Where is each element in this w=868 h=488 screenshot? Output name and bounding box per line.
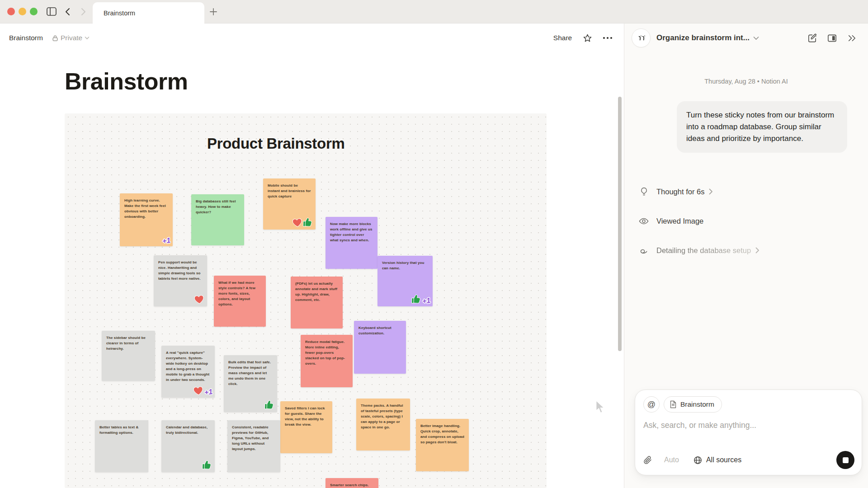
plus-one-sticker: +1 [204,388,213,397]
privacy-dropdown[interactable]: Private [52,34,90,42]
sticky-note: Pen support would be nice. Handwriting a… [154,255,207,306]
ai-panel-header: Organize brainstorm int... [624,23,868,52]
eye-icon [639,217,649,225]
status-label: Detailing the database setup [656,246,751,255]
notion-ai-face-icon [632,28,651,47]
chat-date-line: Thursday, Aug 28•Notion AI [624,78,868,85]
context-chip-label: Brainstorm [680,400,714,408]
loop-icon [639,247,649,254]
main-content: Brainstorm Private Share Brainstorm Prod… [0,23,624,488]
sticky-note: A real "quick capture" everywhere. Syste… [161,346,215,398]
sticky-note-text: Better image handling. Quick crop, annot… [420,423,464,445]
zoom-window-button[interactable] [30,8,38,15]
new-tab-button[interactable] [206,4,221,19]
thread-title-label: Organize brainstorm int... [656,33,750,42]
new-chat-icon[interactable] [807,33,817,43]
window-tab-bar: Brainstorm [0,0,868,23]
whiteboard-canvas[interactable]: Product Brainstorm High learning curve. … [65,113,547,488]
status-label: Thought for 6s [656,188,704,196]
composer-input[interactable]: Ask, search, or make anything... [643,421,854,430]
user-message-bubble: Turn these sticky notes from our brainst… [677,101,847,153]
sidebar-toggle-icon[interactable] [44,4,59,19]
sticky-note: Consistent, readable previews for GitHub… [227,420,280,472]
traffic-lights [7,8,38,15]
plus-one-sticker: +1 [162,236,171,245]
sticky-note-text: High learning curve. Make the first week… [124,198,168,220]
globe-icon [693,456,702,465]
sticky-note-text: A real "quick capture" everywhere. Syste… [166,350,210,383]
sticky-note-text: Theme packs. A handful of tasteful prese… [361,403,406,430]
mouse-cursor [595,400,606,414]
sticky-note-text: Now make more blocks work offline and gi… [330,221,373,243]
sticker-group: +1 [411,293,430,305]
plus-one-sticker: +1 [422,296,431,305]
mode-selector[interactable]: Auto [664,456,679,464]
sticky-note: Theme packs. A handful of tasteful prese… [356,399,410,450]
tab-brainstorm[interactable]: Brainstorm [93,2,204,23]
sticky-note-text: Pen support would be nice. Handwriting a… [158,260,203,282]
heart-sticker [193,293,205,305]
lock-icon [52,35,58,42]
sticker-group [264,399,275,411]
attachment-icon[interactable] [643,455,652,465]
sources-selector[interactable]: All sources [693,456,741,465]
ai-composer[interactable]: @ Brainstorm Ask, search, or make anythi… [635,389,862,475]
status-thought[interactable]: Thought for 6s [639,182,851,202]
sticky-note-text: Calendar and database, truly bidirection… [166,425,210,436]
sticker-group [202,459,212,471]
favorite-star-icon[interactable] [583,33,592,43]
tab-label: Brainstorm [104,9,135,17]
heart-sticker [192,385,204,397]
stop-square-icon [843,457,849,463]
status-label: Viewed Image [656,217,703,225]
minimize-window-button[interactable] [19,8,26,15]
status-detailing[interactable]: Detailing the database setup [639,240,851,260]
collapse-panel-icon[interactable] [847,33,857,43]
ai-status-list: Thought for 6s Viewed Image Detailing [639,182,851,260]
thumbs-up-sticker [201,459,213,471]
sticky-note: What if we had more style controls? A fe… [214,276,266,327]
open-in-side-peek-icon[interactable] [827,33,837,43]
breadcrumb[interactable]: Brainstorm [9,34,43,42]
sticky-note: Calendar and database, truly bidirection… [161,420,215,472]
thumbs-up-sticker [410,293,422,305]
lightbulb-icon [639,187,649,197]
sticky-note-text: The sidebar should be clearer in terms o… [106,335,151,352]
sticky-note: (PDFs) let us actually annotate and mark… [291,277,343,328]
context-chip-brainstorm[interactable]: Brainstorm [664,396,722,413]
sticker-group [193,294,205,305]
status-viewed-image: Viewed Image [639,211,851,231]
chevron-down-icon [753,36,759,40]
sticky-note-text: Version history that you can name. [382,260,428,271]
sticky-note: The sidebar should be clearer in terms o… [102,331,155,381]
sticky-note-text: Reduce modal fatigue. More inline editin… [305,339,348,366]
vertical-scrollbar[interactable] [618,97,622,351]
page-title[interactable]: Brainstorm [65,68,188,95]
more-options-icon[interactable] [603,37,612,39]
sticky-note-text: (PDFs) let us actually annotate and mark… [295,281,338,303]
share-button[interactable]: Share [553,34,572,42]
sticky-note: Now make more blocks work offline and gi… [326,217,377,269]
sticky-note: Saved filters I can lock for guests. Sha… [280,401,332,453]
chevron-right-icon [709,188,713,195]
close-window-button[interactable] [7,8,15,15]
sticky-note-text: What if we had more style controls? A fe… [218,280,261,307]
back-icon[interactable] [60,4,75,19]
sticky-note: Bulk edits that feel safe. Preview the i… [224,355,277,412]
sources-label: All sources [706,456,741,464]
thumbs-up-sticker [263,399,275,411]
sticky-note: Better image handling. Quick crop, annot… [416,419,469,471]
sticky-note: Smarter search chips. [326,478,378,488]
sticky-note: Better tables as text & formatting optio… [95,420,148,472]
sticky-note-text: Smarter search chips. [330,483,374,488]
thread-title-dropdown[interactable]: Organize brainstorm int... [656,33,759,42]
sticky-note: Reduce modal fatigue. More inline editin… [301,335,353,387]
sticky-note-text: Keyboard shortcut customization. [359,325,401,336]
mention-button[interactable]: @ [643,396,660,413]
sticky-note-text: Mobile should be instant and brainless f… [268,183,311,199]
sticky-note-text: Big databases still feel heavy. How to m… [196,199,240,215]
page-toolbar: Brainstorm Private Share [0,23,624,52]
forward-icon[interactable] [75,4,91,19]
privacy-label: Private [61,34,82,42]
stop-button[interactable] [836,451,854,469]
